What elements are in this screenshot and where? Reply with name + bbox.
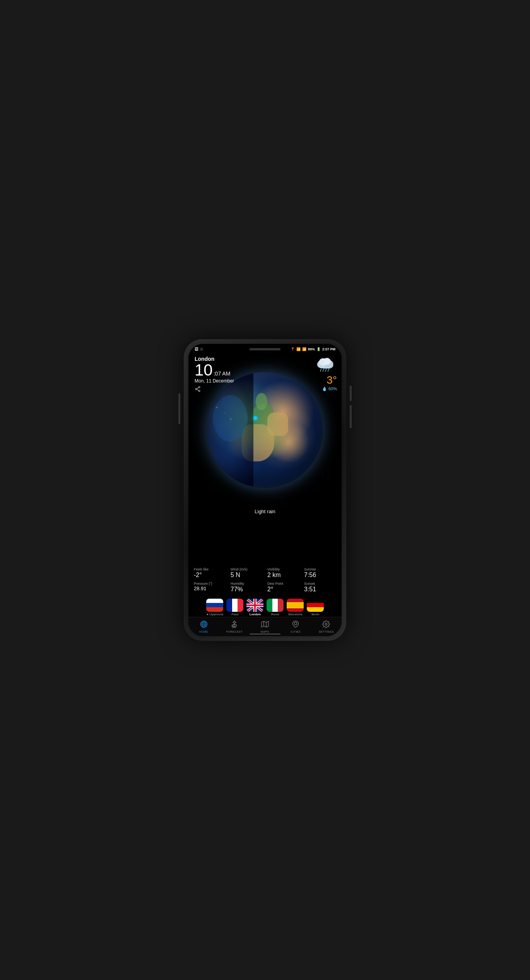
svg-point-1 (195, 388, 197, 390)
city-item-barcelona[interactable]: Barcelona (287, 599, 304, 616)
app-screen: 🖼 📍 📶 📶 89% 🔋 2:07 PM London 10 (188, 344, 342, 636)
cities-icon (292, 620, 299, 630)
weather-cloud-icon (314, 355, 337, 374)
city-label-paris: Paris (231, 613, 238, 616)
location-pin (253, 416, 257, 420)
svg-line-37 (234, 627, 234, 628)
power-button[interactable] (350, 386, 352, 401)
svg-line-13 (328, 369, 329, 372)
svg-line-12 (325, 369, 326, 372)
pressure-value: 28.91 (194, 586, 207, 592)
home-indicator (250, 633, 280, 635)
phone-top-bar (188, 344, 342, 355)
volume-left-button[interactable] (178, 393, 180, 424)
svg-point-28 (200, 621, 207, 628)
flag-italy (267, 599, 284, 612)
nav-forecast[interactable]: FORECAST (219, 620, 250, 633)
flag-russia (206, 599, 223, 612)
camera (200, 348, 203, 351)
sunrise-label: Sunrise (304, 567, 316, 571)
flag-uk (246, 599, 263, 612)
sunset-value: 3:51 (304, 586, 316, 593)
svg-line-36 (233, 627, 233, 628)
nav-home[interactable]: HOME (188, 620, 219, 633)
city-item-berlin[interactable]: Berlin (307, 599, 324, 616)
svg-marker-39 (262, 621, 268, 627)
humidity-value: 77% (231, 586, 243, 593)
city-item-ulyanovsk[interactable]: Ulyanovsk (206, 599, 224, 616)
feels-like-label: Feels like (194, 567, 209, 571)
nav-home-label: HOME (199, 630, 208, 633)
city-item-paris[interactable]: Paris (226, 599, 243, 616)
sunset-stat: Sunset 3:51 (302, 580, 339, 594)
wind-value: 5 N (231, 571, 240, 579)
weather-condition: Light rain (255, 509, 275, 514)
dew-point-value: 2° (267, 586, 273, 593)
svg-rect-22 (246, 604, 263, 606)
weather-widget: 3° 💧 60% (314, 353, 337, 394)
flag-france (226, 599, 243, 612)
city-label-rome: Rome (271, 613, 279, 616)
nav-forecast-label: FORECAST (226, 630, 243, 633)
nav-settings-label: SETTINGS (319, 630, 334, 633)
phone-screen: 🖼 📍 📶 📶 89% 🔋 2:07 PM London 10 (188, 344, 342, 636)
nav-settings[interactable]: SETTINGS (311, 620, 342, 633)
nav-cities-label: CITIES (291, 630, 301, 633)
humidity-stat: Humidity 77% (228, 580, 265, 594)
svg-point-9 (323, 358, 331, 365)
weather-stats: Feels like -2° Wind (m/s) 5 N Visibility… (188, 566, 342, 594)
dew-point-stat: Dew Point 2° (265, 580, 302, 594)
city-item-london[interactable]: London (246, 599, 263, 616)
city-label-ulyanovsk: Ulyanovsk (206, 613, 224, 616)
flag-germany (307, 599, 324, 612)
cities-bar: Ulyanovsk Paris (188, 599, 342, 616)
pressure-stat: Pressure (") 28.91 (191, 580, 228, 594)
svg-line-11 (323, 369, 323, 372)
feels-like-stat: Feels like -2° (191, 566, 228, 580)
wind-stat: Wind (m/s) 5 N (228, 566, 265, 580)
nav-cities[interactable]: CITIES (280, 620, 311, 633)
sunrise-value: 7:56 (304, 571, 316, 579)
time-hour: 10 (195, 362, 213, 378)
speaker (250, 348, 280, 350)
pressure-label: Pressure (") (194, 582, 212, 586)
sunset-label: Sunset (304, 582, 315, 586)
svg-point-42 (294, 622, 297, 625)
city-label-london: London (250, 613, 261, 616)
svg-line-10 (320, 369, 321, 372)
phone-device: 🖼 📍 📶 📶 89% 🔋 2:07 PM London 10 (184, 339, 346, 641)
time-suffix: :07 AM (214, 370, 231, 377)
volume-button[interactable] (350, 405, 352, 428)
feels-like-value: -2° (194, 571, 202, 579)
city-label-barcelona: Barcelona (288, 613, 302, 616)
city-label-berlin: Berlin (311, 613, 319, 616)
visibility-stat: Visibility 2 km (265, 566, 302, 580)
svg-point-2 (198, 390, 200, 392)
maps-icon (261, 620, 269, 630)
visibility-label: Visibility (267, 567, 280, 571)
settings-icon (322, 620, 330, 630)
wind-label: Wind (m/s) (231, 567, 248, 571)
forecast-icon (231, 620, 238, 630)
nav-maps-label: MAPS (261, 630, 269, 633)
main-content: London 10 :07 AM Mon, 11 December (188, 353, 342, 636)
flag-spain (287, 599, 304, 612)
humidity-display: 💧 60% (322, 386, 337, 391)
svg-line-38 (235, 627, 236, 628)
humidity-label: Humidity (231, 582, 244, 586)
svg-point-0 (198, 386, 200, 388)
svg-line-3 (197, 389, 199, 391)
temperature-display: 3° (327, 374, 337, 386)
sunrise-stat: Sunrise 7:56 (302, 566, 339, 580)
nav-maps[interactable]: MAPS (250, 620, 280, 633)
svg-point-43 (325, 623, 327, 625)
home-icon (200, 620, 208, 630)
visibility-value: 2 km (267, 571, 281, 579)
svg-line-4 (197, 388, 199, 389)
svg-point-29 (233, 621, 235, 623)
dew-point-label: Dew Point (267, 582, 283, 586)
city-item-rome[interactable]: Rome (267, 599, 284, 616)
